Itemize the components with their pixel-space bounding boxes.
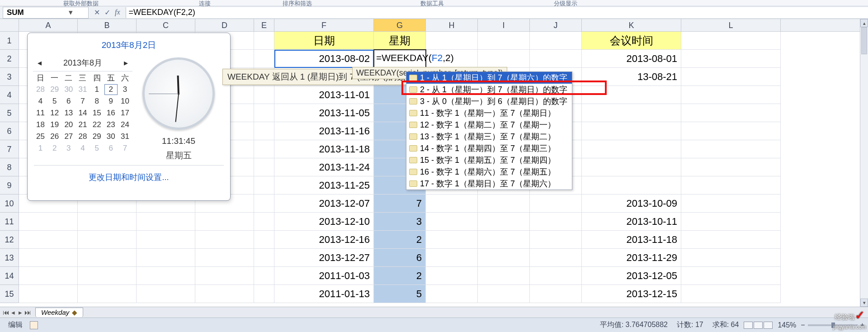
cell-f8[interactable]: 2013-11-24 (274, 158, 374, 176)
calendar-day[interactable]: 15 (90, 108, 104, 119)
cell-f5[interactable]: 2013-11-05 (274, 104, 374, 122)
calendar-day[interactable]: 1 (34, 143, 47, 154)
calendar-day[interactable]: 6 (104, 143, 118, 154)
row-header-8[interactable]: 8 (0, 158, 19, 176)
row-header-13[interactable]: 13 (0, 249, 19, 267)
calendar-day[interactable]: 29 (48, 84, 61, 95)
cell-c13[interactable] (137, 249, 195, 267)
cell-i13[interactable] (478, 249, 530, 267)
cell-e12[interactable] (254, 231, 274, 249)
calendar-day[interactable]: 9 (104, 96, 118, 107)
cell-d14[interactable] (195, 267, 254, 285)
row-header-12[interactable]: 12 (0, 231, 19, 249)
autocomplete-option[interactable]: 13 - 数字 1（星期三）至 7（星期二） (406, 131, 572, 142)
cell-d11[interactable] (195, 213, 254, 231)
sheet-nav-buttons[interactable]: ⏮ ◂ ▸ ⏭ (0, 308, 33, 317)
cell-j12[interactable] (530, 231, 582, 249)
cell-e13[interactable] (254, 249, 274, 267)
cell-l14[interactable] (681, 267, 781, 285)
cell-g12[interactable]: 2 (374, 231, 426, 249)
name-box-input[interactable] (3, 7, 66, 18)
column-header-l[interactable]: L (681, 19, 781, 31)
calendar-day[interactable]: 22 (90, 119, 104, 130)
cell-j15[interactable] (530, 285, 582, 303)
cell-i15[interactable] (478, 285, 530, 303)
autocomplete-option[interactable]: 15 - 数字 1（星期五）至 7（星期四） (406, 154, 572, 166)
calendar-day[interactable]: 30 (62, 84, 75, 95)
name-box-dropdown-icon[interactable]: ▾ (66, 8, 75, 17)
calendar-day[interactable]: 14 (76, 108, 89, 119)
cell-f1[interactable]: 日期 (274, 32, 374, 50)
cell-i11[interactable] (478, 213, 530, 231)
cell-f10[interactable]: 2013-12-07 (274, 194, 374, 213)
cell-a11[interactable] (19, 213, 78, 231)
cell-l1[interactable] (681, 32, 781, 50)
cell-b15[interactable] (78, 285, 137, 303)
cell-c15[interactable] (137, 285, 195, 303)
calendar-day[interactable]: 27 (62, 131, 75, 142)
calendar-day[interactable]: 1 (90, 84, 104, 95)
calendar-day[interactable]: 16 (104, 108, 118, 119)
calendar-day[interactable]: 3 (62, 143, 75, 154)
cell-l4[interactable] (681, 86, 781, 104)
autocomplete-option[interactable]: 17 - 数字 1（星期日）至 7（星期六） (406, 178, 572, 190)
row-header-1[interactable]: 1 (0, 32, 19, 50)
row-header-15[interactable]: 15 (0, 285, 19, 303)
cell-e11[interactable] (254, 213, 274, 231)
cell-e7[interactable] (254, 140, 274, 158)
cell-g11[interactable]: 3 (374, 213, 426, 231)
cell-e8[interactable] (254, 158, 274, 176)
cell-f4[interactable]: 2013-11-01 (274, 86, 374, 104)
calendar-day[interactable]: 6 (62, 96, 75, 107)
fx-icon[interactable]: fx (115, 8, 120, 17)
cell-l8[interactable] (681, 158, 781, 176)
sheet-nav-next-icon[interactable]: ▸ (17, 308, 24, 317)
sheet-nav-first-icon[interactable]: ⏮ (3, 308, 9, 317)
cell-i14[interactable] (478, 267, 530, 285)
cell-e9[interactable] (254, 176, 274, 194)
next-month-icon[interactable]: ▸ (124, 58, 128, 68)
cell-l12[interactable] (681, 231, 781, 249)
cell-k13[interactable]: 2013-11-29 (582, 249, 681, 267)
calendar-day[interactable]: 7 (76, 96, 89, 107)
zoom-out-icon[interactable]: − (801, 321, 805, 329)
accept-formula-icon[interactable]: ✓ (104, 8, 110, 17)
column-header-g[interactable]: G (374, 19, 426, 31)
row-header-14[interactable]: 14 (0, 267, 19, 285)
cell-a15[interactable] (19, 285, 78, 303)
column-header-d[interactable]: D (195, 19, 254, 31)
date-time-popup[interactable]: 2013年8月2日 ◂ 2013年8月 ▸ 日一二三四五六28293031123… (27, 33, 231, 201)
autocomplete-option[interactable]: 11 - 数字 1（星期一）至 7（星期日） (406, 107, 572, 119)
calendar-grid[interactable]: 日一二三四五六282930311234567891011121314151617… (33, 71, 132, 155)
name-box[interactable]: ▾ (3, 7, 89, 19)
cell-e6[interactable] (254, 122, 274, 140)
autocomplete-option[interactable]: 12 - 数字 1（星期二）至 7（星期一） (406, 119, 572, 131)
calendar-day[interactable]: 4 (34, 96, 47, 107)
calendar-day[interactable]: 31 (76, 84, 89, 95)
cell-f13[interactable]: 2013-12-27 (274, 249, 374, 267)
change-datetime-link[interactable]: 更改日期和时间设置... (89, 173, 169, 182)
cell-l13[interactable] (681, 249, 781, 267)
row-header-3[interactable]: 3 (0, 68, 19, 86)
zoom-level[interactable]: 145% (778, 321, 796, 329)
calendar-day[interactable]: 5 (48, 96, 61, 107)
calendar-day[interactable]: 17 (118, 108, 132, 119)
view-pagebreak-icon[interactable] (764, 322, 773, 329)
row-header-9[interactable]: 9 (0, 176, 19, 194)
sheet-nav-prev-icon[interactable]: ◂ (10, 308, 16, 317)
cell-h14[interactable] (426, 267, 478, 285)
cell-k11[interactable]: 2013-10-11 (582, 213, 681, 231)
cell-g15[interactable]: 5 (374, 285, 426, 303)
calendar-day[interactable]: 5 (90, 143, 104, 154)
calendar-month-label[interactable]: 2013年8月 (63, 57, 102, 68)
cell-i10[interactable] (478, 194, 530, 213)
cell-e15[interactable] (254, 285, 274, 303)
cell-f7[interactable]: 2013-11-18 (274, 140, 374, 158)
scroll-down-icon[interactable]: ▾ (860, 299, 868, 307)
cell-g1[interactable]: 星期 (374, 32, 426, 50)
cell-l15[interactable] (681, 285, 781, 303)
calendar-day[interactable]: 10 (118, 96, 132, 107)
cell-e14[interactable] (254, 267, 274, 285)
cell-k1[interactable]: 会议时间 (582, 32, 681, 50)
autocomplete-option[interactable]: 3 - 从 0（星期一）到 6（星期日）的数字 (406, 95, 572, 107)
